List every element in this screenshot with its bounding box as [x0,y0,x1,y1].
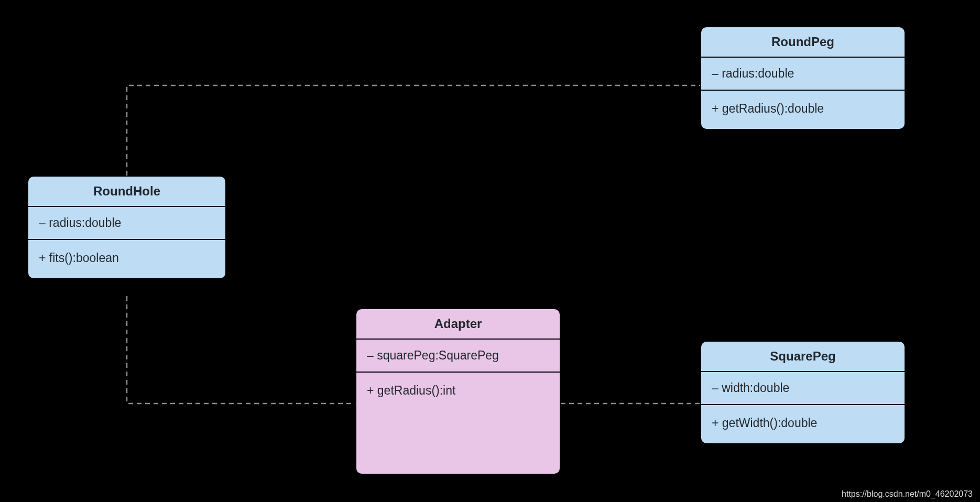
connector-roundhole-adapter [127,296,355,403]
class-attributes: – width:double [701,372,905,405]
method: + getWidth():double [712,413,894,433]
class-adapter: Adapter – squarePeg:SquarePeg + getRadiu… [355,308,561,475]
class-attributes: – radius:double [28,207,225,240]
attribute: – width:double [712,378,894,398]
class-squarepeg: SquarePeg – width:double + getWidth():do… [700,341,906,444]
class-title: RoundPeg [701,27,905,58]
method: + getRadius():int [367,381,549,400]
class-title: SquarePeg [701,342,905,372]
class-methods: + fits():boolean [28,240,225,278]
attribute: – radius:double [712,64,894,83]
class-attributes: – radius:double [701,58,905,91]
attribute: – squarePeg:SquarePeg [367,346,549,365]
attribute: – radius:double [39,213,215,233]
class-methods: + getWidth():double [701,405,905,443]
watermark: https://blog.csdn.net/m0_46202073 [842,489,973,499]
method: + fits():boolean [39,248,215,268]
class-title: RoundHole [28,177,225,207]
class-attributes: – squarePeg:SquarePeg [356,340,560,373]
class-methods: + getRadius():int [356,373,560,456]
class-methods: + getRadius():double [701,91,905,129]
connector-roundhole-roundpeg [127,85,700,176]
method: + getRadius():double [712,99,894,118]
class-roundpeg: RoundPeg – radius:double + getRadius():d… [700,26,906,130]
uml-diagram: RoundHole – radius:double + fits():boole… [0,0,980,502]
class-roundhole: RoundHole – radius:double + fits():boole… [27,176,226,279]
class-title: Adapter [356,309,560,340]
